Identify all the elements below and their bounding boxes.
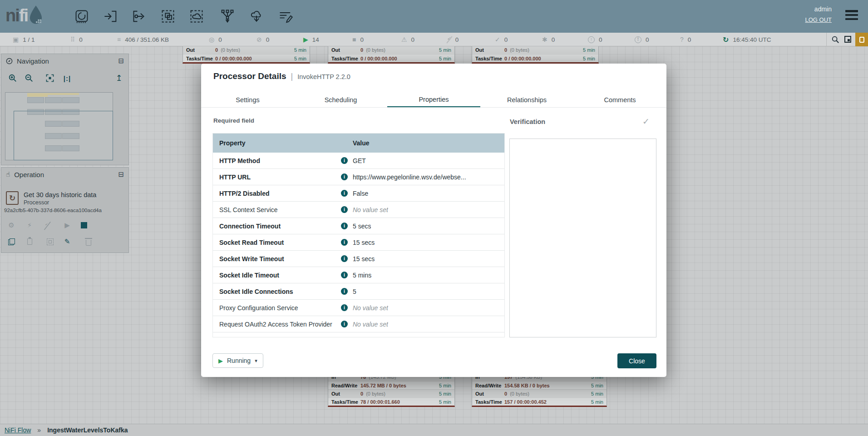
title-separator: | [291, 72, 293, 81]
property-name: Request OAuth2 Access Token Provider [213, 321, 341, 328]
property-name: SSL Context Service [213, 206, 341, 213]
info-icon[interactable]: i [341, 288, 348, 295]
property-value: 15 secs [351, 255, 375, 263]
property-value: https://www.pegelonline.wsv.de/webse... [351, 173, 466, 181]
property-row: iNo value set [213, 332, 504, 337]
info-icon[interactable]: i [341, 321, 348, 327]
property-row: Socket Write Timeouti15 secs [213, 251, 504, 267]
property-value: No value set [351, 206, 388, 213]
info-icon[interactable]: i [341, 206, 348, 213]
property-info: i [341, 255, 351, 262]
property-name: Socket Idle Connections [213, 288, 341, 295]
property-row: Socket Idle Connectionsi5 [213, 283, 504, 300]
processor-details-dialog: Processor Details | InvokeHTTP 2.2.0 Set… [201, 64, 666, 377]
property-name: Connection Timeout [213, 223, 341, 230]
property-value: 5 secs [351, 223, 371, 230]
property-name: HTTP URL [213, 173, 341, 181]
property-name: Socket Read Timeout [213, 239, 341, 246]
nifi-app: Out0(0 bytes)5 minTasks/Time0 / 00:00:00… [0, 0, 868, 436]
info-icon[interactable]: i [341, 239, 348, 246]
run-state-label: Running [227, 357, 251, 364]
property-info: i [341, 288, 351, 295]
tab-settings[interactable]: Settings [201, 92, 294, 107]
property-value: False [351, 190, 368, 197]
tab-relationships[interactable]: Relationships [480, 92, 573, 107]
running-play-icon: ▶ [218, 357, 223, 364]
close-button[interactable]: Close [617, 353, 656, 368]
info-icon[interactable]: i [341, 337, 348, 337]
info-icon[interactable]: i [341, 255, 348, 262]
property-value: GET [351, 157, 366, 164]
property-value: 15 secs [351, 239, 375, 246]
property-name: HTTP Method [213, 157, 341, 164]
property-row: Socket Idle Timeouti5 mins [213, 267, 504, 283]
property-info: i [341, 157, 351, 164]
property-row: HTTP URLihttps://www.pegelonline.wsv.de/… [213, 169, 504, 185]
value-column-header: Value [351, 139, 370, 147]
property-value: 5 mins [351, 272, 371, 279]
dialog-title: Processor Details [213, 71, 286, 81]
property-info: i [341, 304, 351, 311]
property-info: i [341, 206, 351, 213]
property-row: SSL Context ServiceiNo value set [213, 202, 504, 218]
property-value: 5 [351, 288, 356, 295]
property-info: i [341, 223, 351, 229]
required-field-label: Required field [213, 117, 254, 124]
verify-check-icon[interactable]: ✓ [642, 116, 650, 127]
property-info: i [341, 337, 351, 337]
property-row: Socket Read Timeouti15 secs [213, 234, 504, 251]
property-row: HTTP/2 DisablediFalse [213, 185, 504, 202]
property-name: Socket Idle Timeout [213, 272, 341, 279]
run-state-dropdown[interactable]: ▶ Running ▾ [212, 353, 263, 368]
property-row: Request OAuth2 Access Token ProvideriNo … [213, 316, 504, 332]
property-value: No value set [351, 304, 388, 312]
property-name: Proxy Configuration Service [213, 304, 341, 312]
table-rows: HTTP MethodiGETHTTP URLihttps://www.pege… [213, 153, 504, 337]
info-icon[interactable]: i [341, 223, 348, 229]
info-icon[interactable]: i [341, 173, 348, 180]
processor-type-version: InvokeHTTP 2.2.0 [297, 73, 350, 80]
property-info: i [341, 239, 351, 246]
property-row: HTTP MethodiGET [213, 153, 504, 169]
property-name: Socket Write Timeout [213, 255, 341, 263]
property-info: i [341, 173, 351, 180]
property-column-header: Property [213, 139, 351, 147]
tab-scheduling[interactable]: Scheduling [294, 92, 387, 107]
tab-properties[interactable]: Properties [387, 92, 480, 107]
table-header: Property Value [213, 134, 504, 153]
property-name: HTTP/2 Disabled [213, 190, 341, 197]
property-value: No value set [351, 337, 388, 338]
info-icon[interactable]: i [341, 304, 348, 311]
dialog-tabs: Settings Scheduling Properties Relations… [201, 92, 666, 108]
verification-title: Verification [510, 118, 545, 125]
verification-results-box [509, 139, 656, 337]
property-info: i [341, 190, 351, 197]
property-info: i [341, 272, 351, 278]
property-info: i [341, 321, 351, 327]
chevron-down-icon: ▾ [255, 358, 257, 364]
property-row: Connection Timeouti5 secs [213, 218, 504, 234]
info-icon[interactable]: i [341, 272, 348, 278]
properties-table: Property Value HTTP MethodiGETHTTP URLih… [212, 133, 505, 337]
tab-comments[interactable]: Comments [573, 92, 666, 107]
property-value: No value set [351, 321, 388, 328]
info-icon[interactable]: i [341, 190, 348, 197]
dialog-title-row: Processor Details | InvokeHTTP 2.2.0 [213, 71, 350, 81]
property-row: Proxy Configuration ServiceiNo value set [213, 300, 504, 316]
info-icon[interactable]: i [341, 157, 348, 164]
